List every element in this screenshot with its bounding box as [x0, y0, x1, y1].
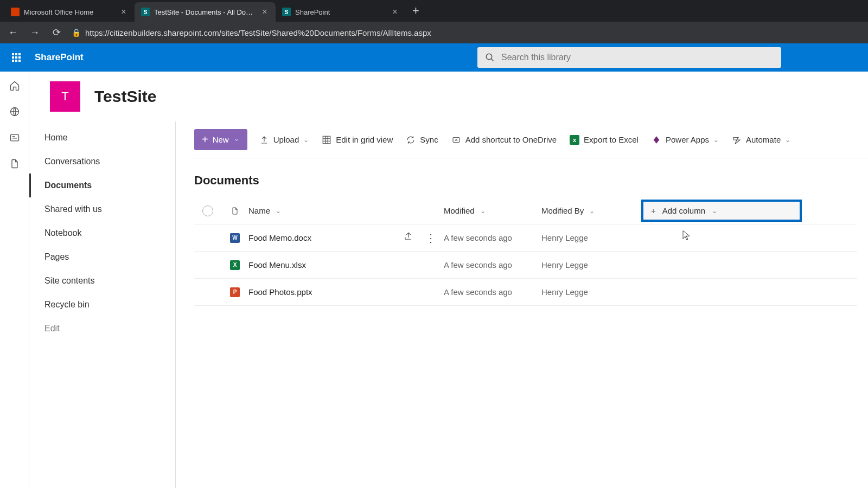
share-icon[interactable]	[404, 232, 413, 245]
command-bar: + New Upload ⌄ Edit in grid view	[194, 121, 868, 158]
files-icon[interactable]	[9, 158, 20, 169]
table-row[interactable]: W Food Memo.docx ⋮ A few seconds ago Hen…	[194, 224, 857, 252]
file-name[interactable]: Food Menu.xlsx	[248, 260, 306, 269]
nav-item-site-contents[interactable]: Site contents	[29, 269, 175, 293]
edit-grid-label: Edit in grid view	[336, 135, 393, 144]
modifiedby-cell: Henry Legge	[541, 260, 634, 269]
add-shortcut-button[interactable]: Add shortcut to OneDrive	[450, 133, 558, 147]
file-name[interactable]: Food Memo.docx	[248, 233, 311, 242]
select-all-cell[interactable]	[194, 206, 221, 216]
table-row[interactable]: P Food Photos.pptx A few seconds ago Hen…	[194, 279, 857, 306]
file-name[interactable]: Food Photos.pptx	[248, 287, 312, 297]
more-icon[interactable]: ⋮	[425, 232, 436, 245]
browser-tab[interactable]: S SharePoint ×	[276, 2, 406, 22]
browser-nav-bar: ← → ⟳ 🔒 https://citizenbuilders.sharepoi…	[0, 22, 868, 43]
site-left-nav: Home Conversations Documents Shared with…	[29, 121, 176, 488]
chevron-down-icon	[233, 137, 240, 143]
tab-title: Microsoft Office Home	[24, 8, 115, 16]
lock-icon: 🔒	[72, 28, 81, 37]
tab-title: SharePoint	[295, 8, 386, 16]
browser-tab[interactable]: S TestSite - Documents - All Docum ×	[135, 2, 276, 22]
export-excel-button[interactable]: x Export to Excel	[569, 133, 640, 147]
automate-label: Automate	[746, 135, 781, 144]
power-apps-button[interactable]: Power Apps ⌄	[650, 133, 720, 147]
add-column-label: Add column	[662, 206, 705, 215]
name-header-label: Name	[248, 206, 270, 215]
left-rail	[0, 72, 29, 488]
table-header-row: Name⌄ Modified⌄ Modified By⌄ + Add colum…	[194, 197, 857, 224]
powerapps-icon	[652, 135, 661, 145]
shortcut-icon	[451, 135, 461, 145]
doctype-icon	[231, 206, 239, 216]
search-icon	[485, 53, 495, 62]
site-logo[interactable]: T	[50, 81, 80, 112]
tab-favicon-icon	[11, 8, 20, 16]
modifiedby-column-header[interactable]: Modified By⌄	[541, 206, 634, 215]
page-title: Documents	[194, 158, 868, 197]
nav-item-recycle-bin[interactable]: Recycle bin	[29, 293, 175, 317]
site-title[interactable]: TestSite	[94, 87, 156, 106]
chevron-down-icon: ⌄	[713, 136, 719, 144]
brand-label[interactable]: SharePoint	[35, 52, 84, 63]
tab-title: TestSite - Documents - All Docum	[154, 8, 256, 16]
add-column-button[interactable]: + Add column ⌄	[641, 200, 802, 222]
chevron-down-icon: ⌄	[785, 136, 790, 144]
suite-header: SharePoint	[0, 43, 868, 72]
globe-icon[interactable]	[9, 106, 20, 117]
close-icon[interactable]: ×	[119, 8, 128, 16]
svg-rect-3	[10, 134, 18, 141]
grid-icon	[322, 135, 331, 145]
waffle-icon	[12, 53, 21, 62]
upload-icon	[259, 135, 269, 145]
word-icon: W	[230, 233, 240, 243]
back-button[interactable]: ←	[7, 27, 20, 38]
nav-item-notebook[interactable]: Notebook	[29, 221, 175, 245]
automate-icon	[732, 135, 742, 145]
cursor-icon	[681, 229, 691, 241]
address-bar[interactable]: 🔒 https://citizenbuilders.sharepoint.com…	[72, 28, 861, 37]
power-apps-label: Power Apps	[666, 135, 709, 144]
chevron-down-icon: ⌄	[589, 207, 595, 215]
forward-button[interactable]: →	[28, 27, 41, 38]
name-column-header[interactable]: Name⌄	[248, 206, 281, 215]
app-launcher-button[interactable]	[5, 47, 27, 68]
upload-button[interactable]: Upload ⌄	[258, 133, 310, 147]
sync-button[interactable]: Sync	[405, 133, 439, 147]
modified-column-header[interactable]: Modified⌄	[444, 206, 541, 215]
browser-tab[interactable]: Microsoft Office Home ×	[4, 2, 135, 22]
modified-header-label: Modified	[444, 206, 475, 215]
nav-item-home[interactable]: Home	[29, 126, 175, 150]
automate-button[interactable]: Automate ⌄	[731, 133, 792, 147]
tab-favicon-icon: S	[141, 8, 150, 16]
close-icon[interactable]: ×	[260, 8, 269, 16]
search-input[interactable]	[501, 53, 774, 62]
reload-button[interactable]: ⟳	[50, 27, 63, 38]
search-box[interactable]	[477, 47, 781, 68]
circle-icon	[202, 206, 213, 216]
documents-table: Name⌄ Modified⌄ Modified By⌄ + Add colum…	[194, 197, 857, 306]
new-button[interactable]: + New	[194, 129, 247, 150]
nav-item-pages[interactable]: Pages	[29, 245, 175, 269]
sync-label: Sync	[420, 135, 438, 144]
type-header[interactable]	[221, 206, 248, 216]
modified-cell: A few seconds ago	[444, 233, 541, 242]
add-shortcut-label: Add shortcut to OneDrive	[465, 135, 557, 144]
svg-rect-6	[323, 136, 331, 144]
chevron-down-icon: ⌄	[303, 136, 309, 144]
table-row[interactable]: X Food Menu.xlsx A few seconds ago Henry…	[194, 252, 857, 279]
news-icon[interactable]	[9, 132, 20, 143]
modifiedby-cell: Henry Legge	[541, 287, 634, 297]
new-tab-button[interactable]: +	[406, 4, 426, 18]
close-icon[interactable]: ×	[391, 8, 399, 16]
powerpoint-icon: P	[230, 287, 240, 297]
nav-item-shared-with-us[interactable]: Shared with us	[29, 197, 175, 221]
nav-item-conversations[interactable]: Conversations	[29, 150, 175, 174]
home-icon[interactable]	[9, 80, 20, 91]
svg-line-1	[491, 59, 494, 61]
excel-icon: X	[230, 260, 240, 270]
edit-grid-button[interactable]: Edit in grid view	[321, 133, 394, 147]
nav-item-documents[interactable]: Documents	[29, 174, 175, 197]
plus-icon: +	[202, 133, 208, 146]
url-text: https://citizenbuilders.sharepoint.com/s…	[85, 28, 431, 37]
nav-edit-link[interactable]: Edit	[29, 317, 175, 341]
